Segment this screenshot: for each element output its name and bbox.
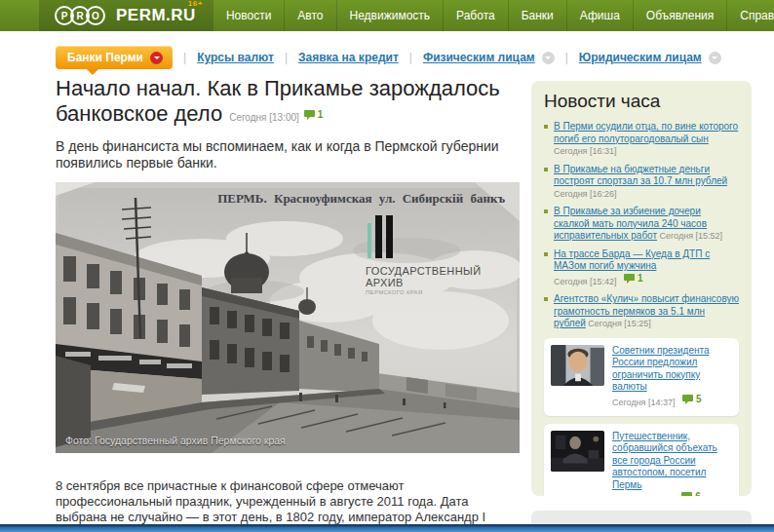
news-time: Сегодня [11:40] (612, 495, 677, 496)
logo-text: PERM.RU 16+ (116, 6, 199, 25)
news-sidebar: Новости часа В Перми осудили отца, по ви… (531, 81, 752, 496)
bullet-icon (544, 125, 548, 129)
subnav-link-3[interactable]: Юридическим лицам (579, 51, 721, 64)
bullet-icon (544, 297, 548, 301)
comments-badge[interactable]: 6 (681, 491, 701, 496)
separator: | (565, 51, 568, 64)
gray-chevron-circle-icon[interactable] (542, 52, 555, 64)
news-item: В Прикамье на бюджетные деньги построят … (544, 164, 739, 201)
news-thumbnail[interactable] (551, 431, 604, 472)
subnav-links: |Курсы валют|Заявка на кредит|Физическим… (173, 51, 721, 64)
nav-item-6[interactable]: Объявления (633, 0, 726, 31)
news-link[interactable]: В Перми осудили отца, по вине которого п… (554, 121, 738, 144)
subnav: Банки Перми |Курсы валют|Заявка на креди… (56, 45, 721, 70)
news-link[interactable]: В Прикамье на бюджетные деньги построят … (554, 164, 727, 187)
watermark-text: АРХИВ (366, 277, 494, 288)
watermark-text: ПЕРМСКОГО КРАЯ (366, 289, 494, 295)
site-logo[interactable]: P R O PERM.RU 16+ (39, 0, 213, 31)
site-header: P R O PERM.RU 16+ НовостиАвтоНедвижимост… (0, 0, 774, 31)
news-link[interactable]: Путешественник, собравшийся объехать все… (612, 431, 717, 490)
logo-circle-o: O (86, 6, 105, 25)
news-card: Путешественник, собравшийся объехать все… (544, 424, 739, 497)
comment-icon (681, 492, 692, 496)
watermark-text: ГОСУДАРСТВЕННЫЙ (366, 265, 494, 277)
news-item: На трассе Барда — Куеда в ДТП с МАЗом по… (544, 248, 739, 288)
nav-item-5[interactable]: Афиша (566, 0, 633, 31)
separator: | (285, 51, 288, 64)
news-link[interactable]: На трассе Барда — Куеда в ДТП с МАЗом по… (554, 248, 710, 272)
article-photo: ПЕРМЬ. Красноуфимская ул. Сибирскій банк… (56, 182, 520, 453)
news-card: Советник президента России предложил огр… (544, 338, 739, 416)
sidebar-title: Новости часа (544, 91, 739, 112)
gray-chevron-circle-icon[interactable] (709, 52, 721, 64)
archive-watermark: ГОСУДАРСТВЕННЫЙ АРХИВ ПЕРМСКОГО КРАЯ (366, 215, 494, 295)
article-meta: Сегодня [13:00]1 (229, 112, 323, 123)
news-time: Сегодня [15:42] (554, 277, 619, 286)
comment-count: 6 (695, 491, 701, 496)
nav-item-0[interactable]: Новости (213, 0, 284, 31)
comment-icon (682, 395, 693, 404)
subnav-link-0[interactable]: Курсы валют (197, 51, 274, 64)
sidebar-news-list: В Перми осудили отца, по вине которого п… (544, 121, 739, 496)
photo-caption: Фото: Государственный архив Пермского кр… (65, 435, 286, 446)
nav-item-4[interactable]: Банки (508, 0, 566, 31)
article-lead: В день финансиста мы вспоминаем, как и к… (56, 138, 522, 171)
comment-count: 5 (696, 394, 702, 406)
nav-item-7[interactable]: Справка (726, 0, 774, 31)
tab-label: Банки Перми (67, 51, 143, 64)
article: Начало начал. Как в Прикамье зарождалось… (56, 76, 522, 532)
bullet-icon (544, 209, 548, 213)
bullet-icon (544, 252, 548, 256)
separator: | (409, 51, 412, 64)
tab-banki-permi[interactable]: Банки Перми (56, 46, 173, 69)
taskbar[interactable] (0, 524, 774, 532)
news-time: Сегодня [14:37] (612, 398, 677, 407)
bullet-icon (544, 168, 548, 171)
news-thumbnail[interactable] (551, 345, 604, 386)
subnav-link-2[interactable]: Физическим лицам (423, 51, 555, 64)
logo-pro-circles-icon: P R O (55, 6, 105, 25)
page-title: Начало начал. Как в Прикамье зарождалось… (56, 76, 522, 131)
main-nav: НовостиАвтоНедвижимостьРаботаБанкиАфишаО… (213, 0, 774, 31)
comment-icon (624, 274, 635, 284)
subnav-link-1[interactable]: Заявка на кредит (298, 51, 399, 64)
comment-icon (304, 110, 315, 120)
comments-badge[interactable]: 5 (682, 394, 702, 406)
nav-item-3[interactable]: Работа (443, 0, 508, 31)
separator: | (183, 51, 186, 64)
comments-badge[interactable]: 1 (624, 273, 643, 285)
news-time: Сегодня [15:25] (586, 319, 651, 328)
age-rating-badge: 16+ (188, 0, 203, 8)
nav-item-2[interactable]: Недвижимость (336, 0, 444, 31)
news-time: Сегодня [16:26] (554, 189, 617, 199)
red-chevron-circle-icon (150, 52, 163, 64)
photo-overlay-title: ПЕРМЬ. Красноуфимская ул. Сибирскій банк… (217, 191, 505, 207)
archive-logo-icon (368, 215, 494, 258)
comment-count: 1 (638, 273, 643, 285)
news-time: Сегодня [15:52] (657, 231, 722, 241)
article-comment-count: 1 (318, 102, 324, 128)
right-column: Новости часа В Перми осудили отца, по ви… (531, 81, 752, 532)
news-item: В Перми осудили отца, по вине которого п… (544, 121, 739, 158)
article-comments-badge[interactable]: 1 (304, 102, 324, 128)
news-item: Агентство «Кулич» повысит финансовую гра… (544, 293, 739, 330)
nav-item-1[interactable]: Авто (284, 0, 335, 31)
news-link[interactable]: Советник президента России предложил огр… (612, 345, 710, 393)
logo-domain: PERM.RU (116, 6, 196, 24)
news-item: В Прикамье за избиение дочери скалкой ма… (544, 206, 739, 243)
news-time: Сегодня [16:31] (554, 146, 617, 156)
article-date: Сегодня [13:00] (229, 112, 299, 123)
